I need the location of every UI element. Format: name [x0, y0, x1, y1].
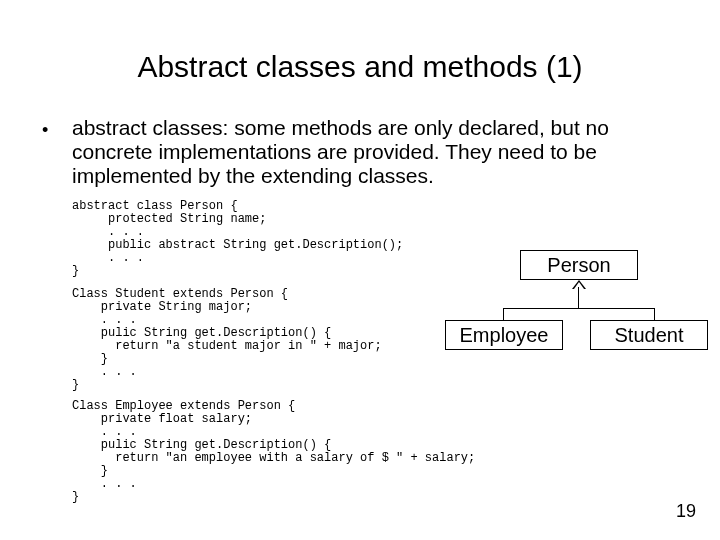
bullet-marker: •: [42, 116, 72, 188]
diagram-label-employee: Employee: [460, 324, 549, 347]
diagram-label-person: Person: [547, 254, 610, 277]
diagram-connector: [578, 287, 579, 308]
page-number: 19: [676, 501, 696, 522]
diagram-connector: [654, 308, 655, 320]
code-block-employee: Class Employee extends Person { private …: [72, 400, 612, 504]
diagram-connector: [503, 308, 655, 309]
slide-title: Abstract classes and methods (1): [0, 50, 720, 84]
diagram-label-student: Student: [615, 324, 684, 347]
diagram-box-student: Student: [590, 320, 708, 350]
bullet-item: • abstract classes: some methods are onl…: [42, 116, 662, 188]
code-block-person: abstract class Person { protected String…: [72, 200, 462, 278]
inheritance-arrowhead-icon: [572, 280, 586, 289]
diagram-box-person: Person: [520, 250, 638, 280]
diagram-connector: [503, 308, 504, 320]
code-block-student: Class Student extends Person { private S…: [72, 288, 462, 392]
slide: Abstract classes and methods (1) • abstr…: [0, 0, 720, 540]
bullet-text: abstract classes: some methods are only …: [72, 116, 662, 188]
diagram-box-employee: Employee: [445, 320, 563, 350]
